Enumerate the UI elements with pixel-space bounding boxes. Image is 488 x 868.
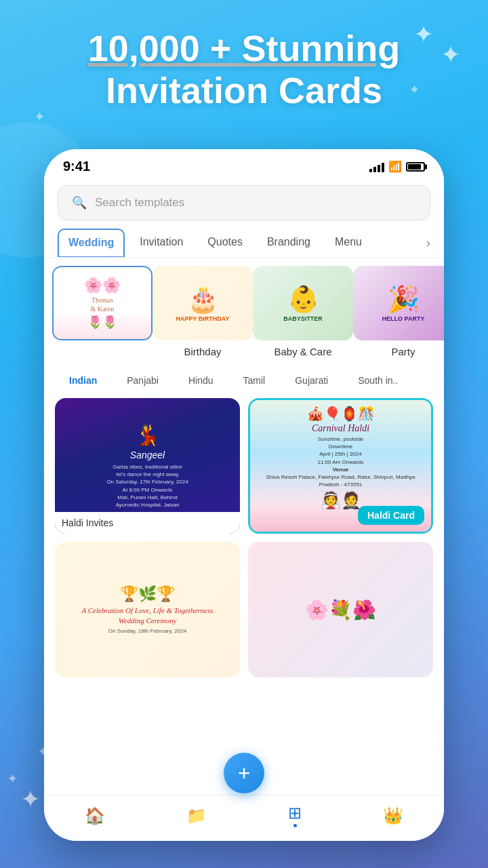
- tab-wedding[interactable]: Wedding: [58, 229, 125, 258]
- wedding-ceremony-image: 🏆🌿🏆 A Celebration Of Love, Life & Togeth…: [55, 542, 240, 677]
- wc-title: A Celebration Of Love, Life & Togetherne…: [81, 606, 213, 625]
- category-party-label: Party: [391, 346, 415, 357]
- wedding-card-img: 🌸🌸 Thomas& Karen 🌷🌷: [54, 267, 151, 339]
- party-icon: 🎉: [388, 284, 420, 314]
- tab-invitation[interactable]: Invitation: [130, 229, 192, 256]
- signal-bar-2: [373, 167, 376, 172]
- wedding-names: Thomas& Karen: [91, 296, 115, 313]
- baby-card-thumbnail: 👶 BABYSITTER: [253, 266, 353, 340]
- carnival-subtitle: Sunshine, poolside Downtime April | 25th…: [256, 435, 426, 488]
- fab-add-button[interactable]: +: [224, 753, 264, 793]
- signal-bar-3: [378, 165, 380, 172]
- filter-tamil[interactable]: Tamil: [232, 370, 277, 391]
- nav-active-dot: [293, 824, 297, 827]
- sparkle-icon-5: ✦: [20, 785, 41, 814]
- filter-panjabi[interactable]: Panjabi: [115, 370, 170, 391]
- birthday-text: HAPPY BIRTHDAY: [176, 315, 229, 322]
- baby-icon: 👶: [287, 284, 319, 314]
- filter-indian[interactable]: Indian: [58, 370, 108, 391]
- card-wedding-ceremony[interactable]: 🏆🌿🏆 A Celebration Of Love, Life & Togeth…: [55, 542, 240, 677]
- hero-section: 10,000 + Stunning Invitation Cards: [0, 27, 488, 111]
- tab-menu[interactable]: Menu: [325, 229, 371, 256]
- birthday-card-thumbnail: 🎂 HAPPY BIRTHDAY: [152, 266, 253, 340]
- wedding-card-thumbnail: 🌸🌸 Thomas& Karen 🌷🌷: [52, 266, 152, 340]
- sangeet-title: Sangeel: [130, 450, 165, 460]
- nav-folders[interactable]: 📁: [186, 806, 207, 825]
- party-card-thumbnail: 🎉 HELLO PARTY: [353, 266, 444, 340]
- nav-grid[interactable]: ⊞: [288, 804, 302, 827]
- hero-title: 10,000 + Stunning Invitation Cards: [0, 27, 488, 111]
- sparkle-icon-6: ✦: [7, 770, 18, 787]
- category-party[interactable]: 🎉 HELLO PARTY Party: [353, 266, 444, 357]
- hero-highlight: 10,000 + Stunning: [88, 28, 401, 68]
- flowers-bottom-icon: 🌷🌷: [87, 315, 117, 330]
- category-birthday-label: Birthday: [184, 346, 221, 357]
- nav-crown[interactable]: 👑: [383, 806, 403, 825]
- status-icons: 📶: [369, 160, 425, 173]
- search-icon: 🔍: [72, 195, 87, 210]
- card-floral[interactable]: 🌸💐🌺: [248, 542, 433, 677]
- couple-icon: 👰🤵: [321, 491, 361, 510]
- status-time: 9:41: [63, 159, 90, 174]
- bottom-nav: 🏠 📁 ⊞ 👑: [44, 795, 444, 841]
- tab-branding[interactable]: Branding: [258, 229, 320, 256]
- tabs-section: Wedding Invitation Quotes Branding Menu …: [44, 229, 444, 258]
- category-wedding[interactable]: 🌸🌸 Thomas& Karen 🌷🌷: [52, 266, 152, 340]
- battery-fill: [408, 164, 421, 170]
- grid-icon: ⊞: [288, 804, 302, 823]
- haldi-card-badge: Haldi Card: [358, 506, 424, 525]
- fab-plus-icon: +: [238, 762, 251, 784]
- tab-quotes[interactable]: Quotes: [198, 229, 252, 256]
- wc-detail: On Sunday, 18th February, 2024: [108, 628, 186, 634]
- category-baby[interactable]: 👶 BABYSITTER Baby & Care: [253, 266, 353, 357]
- nav-home[interactable]: 🏠: [85, 806, 105, 825]
- trophy-icon: 🏆🌿🏆: [120, 585, 175, 603]
- signal-icon: [369, 161, 384, 172]
- birthday-card-img: 🎂 HAPPY BIRTHDAY: [152, 266, 253, 340]
- cards-grid: 💃 Sangeel Garba vibes, traditional attir…: [44, 398, 444, 677]
- category-birthday[interactable]: 🎂 HAPPY BIRTHDAY Birthday: [152, 266, 253, 357]
- filter-hindu[interactable]: Hindu: [177, 370, 225, 391]
- status-bar: 9:41 📶: [44, 149, 444, 180]
- hero-subtitle: Invitation Cards: [106, 70, 382, 111]
- card-haldi-invites[interactable]: 💃 Sangeel Garba vibes, traditional attir…: [55, 398, 240, 534]
- folder-icon: 📁: [186, 806, 207, 825]
- battery-icon: [406, 162, 425, 172]
- search-bar[interactable]: 🔍 Search templates: [58, 185, 430, 220]
- floral-image: 🌸💐🌺: [248, 542, 433, 677]
- baby-text: BABYSITTER: [283, 315, 323, 322]
- haldi-invites-label: Haldi Invites: [55, 512, 240, 534]
- signal-bar-4: [382, 163, 384, 172]
- filter-south[interactable]: South in..: [346, 370, 409, 391]
- phone-mockup: 9:41 📶 🔍 Search templates Wedding Invita…: [44, 149, 444, 841]
- signal-bar-1: [369, 169, 372, 172]
- flowers-top-icon: 🌸🌸: [84, 277, 121, 294]
- party-card-img: 🎉 HELLO PARTY: [353, 266, 444, 340]
- birthday-cake-icon: 🎂: [187, 284, 219, 314]
- wifi-icon: 📶: [388, 160, 402, 173]
- filter-gujarati[interactable]: Gujarati: [283, 370, 340, 391]
- baby-card-img: 👶 BABYSITTER: [253, 266, 353, 340]
- crown-icon: 👑: [383, 806, 403, 825]
- sangeet-details: Garba vibes, traditional attirelet's dan…: [106, 463, 188, 509]
- category-baby-label: Baby & Care: [274, 346, 331, 357]
- filter-row: Indian Panjabi Hindu Tamil Gujarati Sout…: [44, 366, 444, 398]
- lanterns-icon: 🎪🎈🏮🎊: [307, 406, 375, 422]
- tab-chevron-icon[interactable]: ›: [426, 236, 430, 250]
- carnival-title: Carnival Haldi: [312, 423, 369, 434]
- categories-row: 🌸🌸 Thomas& Karen 🌷🌷 🎂 HAPPY BIRTHDAY Bir…: [44, 258, 444, 366]
- home-icon: 🏠: [85, 806, 105, 825]
- card-haldi-card[interactable]: 🎪🎈🏮🎊 Carnival Haldi Sunshine, poolside D…: [248, 398, 433, 534]
- search-placeholder: Search templates: [95, 196, 184, 210]
- party-text: HELLO PARTY: [382, 315, 425, 322]
- dancer-icon: 💃: [135, 423, 160, 447]
